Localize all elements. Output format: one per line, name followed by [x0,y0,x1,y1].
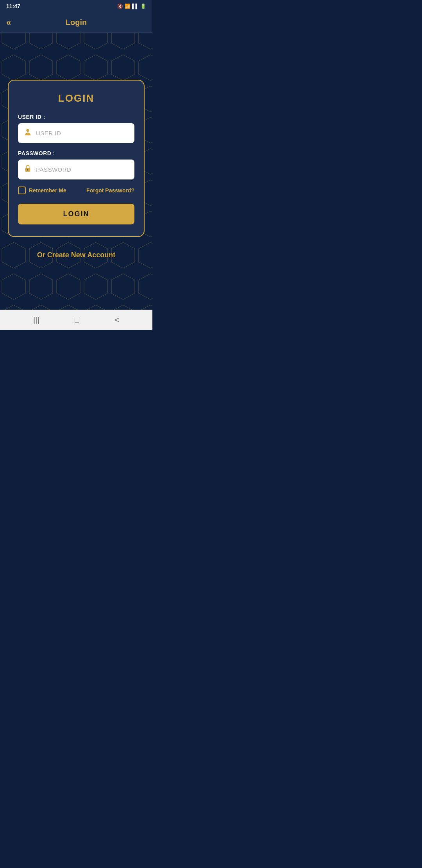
options-row: Remember Me Forgot Password? [18,187,134,194]
login-button[interactable]: LOGIN [18,204,134,224]
svg-point-4 [27,169,29,170]
top-bar: « Login [0,13,152,33]
password-label: PASSWORD : [18,150,134,156]
wifi-icon: 📶 [125,4,131,9]
create-account-link[interactable]: Or Create New Account [37,251,115,259]
page-title: Login [66,18,87,27]
nav-back-icon[interactable]: < [114,316,119,325]
back-button[interactable]: « [6,18,11,27]
battery-icon: 🔋 [140,4,146,9]
user-id-input[interactable] [36,130,129,136]
forgot-password-link[interactable]: Forgot Password? [86,187,134,194]
remember-me-checkbox[interactable] [18,187,26,194]
password-input-wrapper [18,160,134,179]
card-title: LOGIN [18,92,134,104]
password-input[interactable] [36,166,129,173]
bottom-nav: ||| □ < [0,310,152,330]
main-content: LOGIN USER ID : PASSWORD : [0,33,152,310]
mute-icon: 🔇 [117,4,123,9]
user-id-input-wrapper [18,123,134,143]
remember-me-label: Remember Me [29,187,66,194]
svg-point-2 [26,129,29,132]
user-id-label: USER ID : [18,114,134,120]
remember-me-option[interactable]: Remember Me [18,187,66,194]
signal-icon: ▌▌ [132,4,139,9]
user-icon [23,128,32,138]
status-bar: 11:47 🔇 📶 ▌▌ 🔋 [0,0,152,13]
login-card: LOGIN USER ID : PASSWORD : [8,80,145,237]
status-time: 11:47 [6,3,20,9]
status-icons: 🔇 📶 ▌▌ 🔋 [117,4,146,9]
nav-home-icon[interactable]: □ [75,316,79,325]
lock-icon [23,164,32,175]
nav-menu-icon[interactable]: ||| [33,316,39,325]
